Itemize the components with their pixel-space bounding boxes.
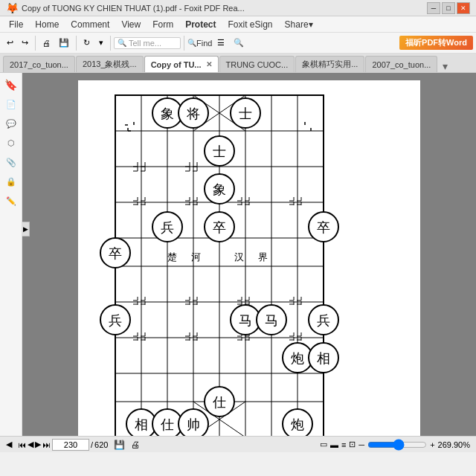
tab-5-label: 2007_co_tuon... xyxy=(372,60,431,69)
svg-text:象: 象 xyxy=(161,106,174,121)
toolbar-icons: ☰ 🔍 xyxy=(213,35,248,51)
maximize-button[interactable]: □ xyxy=(442,2,455,14)
svg-text:士: 士 xyxy=(213,144,226,159)
pdf-area[interactable]: 楚 河 汉 界 xyxy=(22,73,476,436)
svg-text:士: 士 xyxy=(239,106,252,121)
menu-foxit-esign[interactable]: Foxit eSign xyxy=(222,18,279,31)
toolbar-sep-3 xyxy=(110,36,111,51)
tab-5[interactable]: 2007_co_tuon... xyxy=(365,56,437,72)
search-btn[interactable]: 🔍 xyxy=(230,35,248,51)
menu-protect[interactable]: Protect xyxy=(179,18,222,31)
status-bar: ◀ ⏮ ◀ ▶ ⏭ / 620 💾 🖨 ▭ ▬ ≡ ⊡ ─ + 269.90% xyxy=(0,436,476,452)
minimize-button[interactable]: ─ xyxy=(427,2,440,14)
page-sep: / xyxy=(91,440,93,449)
tab-2-close[interactable]: ✕ xyxy=(206,60,212,68)
sidebar-icon-comment[interactable]: 💬 xyxy=(2,115,20,132)
tab-0-label: 2017_co_tuon... xyxy=(10,60,68,69)
title-bar-controls: ─ □ ✕ xyxy=(427,2,470,14)
menu-comment[interactable]: Comment xyxy=(65,18,115,31)
title-bar-left: 🦊 Copy of TUONG KY CHIEN THUAT (1).pdf -… xyxy=(6,2,245,14)
sidebar-icon-bookmark[interactable]: 🔖 xyxy=(2,76,20,94)
menu-icon[interactable]: ☰ xyxy=(213,35,228,51)
sidebar-icon-layers[interactable]: ⬡ xyxy=(2,134,20,152)
tab-2[interactable]: Copy of TU... ✕ xyxy=(144,56,219,72)
title-bar: 🦊 Copy of TUONG KY CHIEN THUAT (1).pdf -… xyxy=(0,0,476,16)
svg-text:帅: 帅 xyxy=(187,417,200,432)
svg-text:河: 河 xyxy=(191,251,201,263)
sidebar-icon-lock[interactable]: 🔒 xyxy=(2,173,20,190)
toolbar-sep-1 xyxy=(35,36,36,51)
menu-share[interactable]: Share▾ xyxy=(279,18,319,31)
zoom-slider[interactable] xyxy=(367,439,427,451)
search-icon: 🔍 xyxy=(118,39,126,47)
svg-text:马: 马 xyxy=(265,313,278,328)
save-status-icon[interactable]: 💾 xyxy=(114,440,125,450)
tab-dropdown[interactable]: ▾ xyxy=(438,60,452,72)
svg-text:卒: 卒 xyxy=(317,220,330,235)
print-button[interactable]: 🖨 xyxy=(39,35,54,51)
svg-text:相: 相 xyxy=(135,417,148,432)
main-area: 🔖 📄 💬 ⬡ 📎 🔒 ✏️ ▶ xyxy=(0,73,476,436)
page-nav: ⏮ ◀ ▶ ⏭ / 620 xyxy=(18,439,108,451)
toolbar-sep-2 xyxy=(76,36,77,51)
view-scroll[interactable]: ≡ xyxy=(341,440,346,449)
next-btn[interactable]: ▶ xyxy=(35,440,41,449)
view-double[interactable]: ▬ xyxy=(330,440,338,449)
tab-0[interactable]: 2017_co_tuon... xyxy=(3,56,75,72)
svg-text:相: 相 xyxy=(317,351,330,366)
dropdown-button[interactable]: ▾ xyxy=(95,35,107,51)
menu-form[interactable]: Form xyxy=(147,18,179,31)
prev-prev-btn[interactable]: ⏮ xyxy=(18,440,26,449)
print-status-icon[interactable]: 🖨 xyxy=(131,440,140,450)
zoom-out[interactable]: ─ xyxy=(358,440,364,449)
sidebar-icon-attach[interactable]: 📎 xyxy=(2,153,20,171)
svg-text:兵: 兵 xyxy=(161,220,174,235)
svg-text:卒: 卒 xyxy=(109,246,122,261)
pdf-page: 楚 河 汉 界 xyxy=(78,80,420,436)
title-bar-title: Copy of TUONG KY CHIEN THUAT (1).pdf - F… xyxy=(22,4,245,13)
tab-3[interactable]: TRUNG CUOC... xyxy=(219,56,295,72)
svg-text:炮: 炮 xyxy=(291,417,304,432)
undo-button[interactable]: ↩ xyxy=(3,35,17,51)
svg-text:界: 界 xyxy=(258,251,268,263)
tab-4-label: 象棋精巧实用... xyxy=(302,59,358,70)
tab-2-label: Copy of TU... xyxy=(151,60,202,69)
zoom-in[interactable]: + xyxy=(430,440,434,449)
sidebar-icon-page[interactable]: 📄 xyxy=(2,95,20,113)
tell-me-placeholder: Tell me... xyxy=(129,39,161,48)
status-right: ▭ ▬ ≡ ⊡ ─ + 269.90% xyxy=(320,439,470,451)
app-icon: 🦊 xyxy=(6,2,19,14)
save-button[interactable]: 💾 xyxy=(55,35,73,51)
toolbar: ↩ ↪ 🖨 💾 ↻ ▾ 🔍 Tell me... 🔍 Find ☰ 🔍 福昕PD… xyxy=(0,33,476,54)
menu-file[interactable]: File xyxy=(3,18,29,31)
print-group: 🖨 💾 xyxy=(39,35,73,51)
page-total: 620 xyxy=(94,440,108,449)
tab-4[interactable]: 象棋精巧实用... xyxy=(295,56,364,72)
view-single[interactable]: ▭ xyxy=(320,440,327,449)
redo-button[interactable]: ↪ xyxy=(18,35,32,51)
svg-text:马: 马 xyxy=(239,313,252,328)
find-box: 🔍 Find xyxy=(187,39,212,48)
menu-bar: File Home Comment View Form Protect Foxi… xyxy=(0,16,476,33)
close-button[interactable]: ✕ xyxy=(457,2,470,14)
tab-1-label: 2013_象棋残... xyxy=(83,59,137,70)
svg-text:卒: 卒 xyxy=(213,220,226,235)
refresh-button[interactable]: ↻ xyxy=(80,35,94,51)
sidebar-icon-sign[interactable]: ✏️ xyxy=(2,192,20,210)
scroll-left[interactable]: ◀ xyxy=(6,440,12,449)
sidebar-collapse-btn[interactable]: ▶ xyxy=(22,222,30,237)
zoom-level: 269.90% xyxy=(438,440,470,449)
foxit-convert-button[interactable]: 福昕PDF转Word xyxy=(399,36,473,50)
page-input[interactable] xyxy=(52,439,89,451)
prev-btn[interactable]: ◀ xyxy=(28,440,33,449)
menu-view[interactable]: View xyxy=(115,18,147,31)
tell-me-box[interactable]: 🔍 Tell me... xyxy=(114,37,181,49)
view-fit[interactable]: ⊡ xyxy=(349,440,356,449)
find-icon: 🔍 xyxy=(187,39,196,47)
next-next-btn[interactable]: ⏭ xyxy=(42,440,51,449)
svg-text:炮: 炮 xyxy=(291,351,304,366)
tab-1[interactable]: 2013_象棋残... xyxy=(76,56,144,72)
undo-redo-group: ↩ ↪ xyxy=(3,35,32,51)
svg-text:兵: 兵 xyxy=(317,313,330,328)
menu-home[interactable]: Home xyxy=(29,18,65,31)
